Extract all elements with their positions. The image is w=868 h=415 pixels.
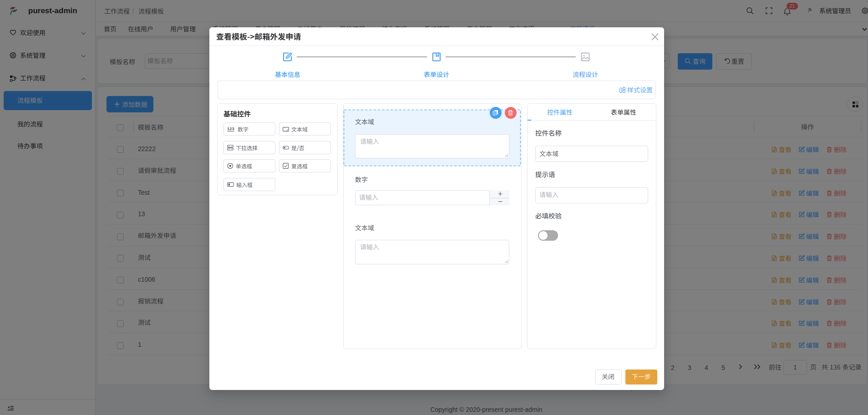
svg-text:123: 123 — [227, 126, 234, 131]
